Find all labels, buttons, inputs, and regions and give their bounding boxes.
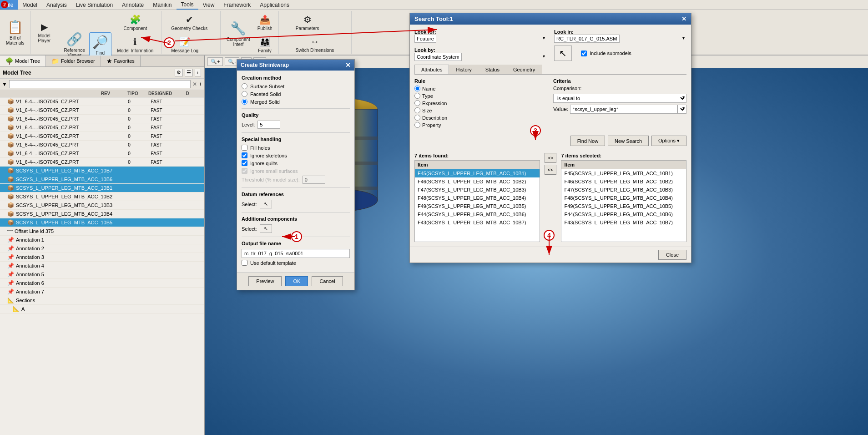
menu-annotate[interactable]: Annotate [117, 0, 148, 10]
bill-of-materials-btn[interactable]: 📋 Bill ofMaterials [3, 17, 28, 48]
rule-expression[interactable]: Expression [414, 100, 548, 106]
selected-item[interactable]: F47(SCSYS_L_UPPER_LEG_MTB_ACC_10B3) [561, 186, 686, 194]
menu-applications[interactable]: Applications [255, 0, 294, 10]
switch-dimensions-btn[interactable]: ↔ Switch Dimensions [293, 34, 337, 55]
tree-add-btn[interactable]: + [195, 69, 201, 76]
find-btn[interactable]: 🔎 Find 2 [89, 32, 111, 58]
tree-item[interactable]: 📦 V1_6-4--.-ISO7045_CZ.PRT 0 FAST [0, 106, 204, 115]
tab-attributes[interactable]: Attributes [414, 65, 449, 74]
publish-btn[interactable]: 📤 Publish [254, 12, 276, 33]
menu-model[interactable]: Model [18, 0, 42, 10]
tree-item[interactable]: 📦 V1_6-4--.-ISO7045_CZ.PRT 0 FAST [0, 132, 204, 141]
tree-item[interactable]: 📌 Annotation 5 [0, 270, 204, 279]
rule-property[interactable]: Property [414, 122, 548, 128]
menu-tools[interactable]: Tools [177, 0, 198, 10]
selected-item[interactable]: F46(SCSYS_L_UPPER_LEG_MTB_ACC_10B2) [561, 177, 686, 186]
use-default-template-option[interactable]: Use default template [242, 260, 350, 266]
tree-item[interactable]: 📌 Annotation 3 [0, 253, 204, 262]
look-by-select[interactable]: Coordinate System [414, 53, 462, 61]
menu-framework[interactable]: Framework [219, 0, 255, 10]
tree-item[interactable]: 📦 SCSYS_L_UPPER_LEG_MTB_ACC_10B2 [0, 192, 204, 201]
selected-item[interactable]: F43(SCSYS_L_UPPER_LEG_MTB_ACC_10B7) [561, 218, 686, 227]
comp-interf-btn[interactable]: 🔧 ComponentInterf [223, 19, 253, 49]
family-btn[interactable]: 👨‍👩‍👧 Family [254, 34, 276, 56]
options-btn[interactable]: Options ▾ [651, 136, 686, 146]
tab-model-tree[interactable]: 🌳 Model Tree [0, 56, 46, 66]
found-item[interactable]: F47(SCSYS_L_UPPER_LEG_MTB_ACC_10B3) [415, 186, 540, 194]
tree-item[interactable]: 📦 SCSYS_L_UPPER_LEG_MTB_ACC_10B5 [0, 218, 204, 227]
found-item[interactable]: F45(SCSYS_L_UPPER_LEG_MTB_ACC_10B1) [415, 169, 540, 177]
message-log-btn[interactable]: 📝 Message Log [168, 34, 202, 56]
tree-item[interactable]: 📦 SCSYS_L_UPPER_LEG_MTB_ACC_10B6 [0, 175, 204, 184]
tree-item[interactable]: 📦 V1_6-4--.-ISO7045_CZ.PRT 0 FAST [0, 158, 204, 167]
ignore-skeletons-option[interactable]: Ignore skeletons [242, 152, 350, 158]
found-item[interactable]: F44(SCSYS_L_UPPER_LEG_MTB_ACC_10B6) [415, 210, 540, 218]
pointer-btn[interactable]: ↖ [554, 46, 572, 61]
tree-item[interactable]: 📦 SCSYS_L_UPPER_LEG_MTB_ACC_10B3 [0, 201, 204, 210]
geometry-checks-btn[interactable]: ✔ Geometry Checks [168, 12, 211, 33]
tree-item[interactable]: 📌 Annotation 2 [0, 244, 204, 253]
tree-columns-btn[interactable]: ☰ [185, 69, 193, 76]
vp-zoom-in-btn[interactable]: 🔍+ [207, 57, 223, 66]
search-close-btn[interactable]: Close [658, 250, 686, 260]
faceted-solid-option[interactable]: Faceted Solid [242, 91, 350, 97]
tree-item[interactable]: 📦 V1_6-4--.-ISO7045_CZ.PRT 0 FAST [0, 141, 204, 149]
selected-item[interactable]: F48(SCSYS_L_UPPER_LEG_MTB_ACC_10B4) [561, 194, 686, 202]
output-file-input[interactable] [242, 249, 350, 258]
transfer-right-btn[interactable]: >> [545, 153, 557, 163]
look-in-select[interactable]: RC_TLR_017_G_015.ASM [554, 35, 620, 43]
found-item[interactable]: F43(SCSYS_L_UPPER_LEG_MTB_ACC_10B7) [415, 218, 540, 227]
component-btn[interactable]: 🧩 Component [112, 12, 158, 33]
tab-history[interactable]: History [449, 65, 478, 74]
tab-folder-browser[interactable]: 📁 Folder Browser [46, 56, 101, 66]
tab-favorites[interactable]: ★ Favorites [101, 56, 141, 66]
menu-live-simulation[interactable]: Live Simulation [71, 0, 117, 10]
quality-level-input[interactable] [257, 121, 280, 129]
tab-geometry[interactable]: Geometry [506, 65, 542, 74]
tree-item[interactable]: 📦 SCSYS_L_UPPER_LEG_MTB_ACC_10B7 [0, 167, 204, 175]
model-info-btn[interactable]: ℹ Model Information [112, 34, 158, 56]
comparison-select[interactable]: is equal to [553, 94, 686, 103]
threshold-input[interactable] [303, 176, 325, 184]
ignore-quilts-option[interactable]: Ignore quilts [242, 160, 350, 166]
tree-item[interactable]: 📦 SCSYS_L_UPPER_LEG_MTB_ACC_10B1 [0, 184, 204, 192]
shrinkwrap-close-btn[interactable]: ✕ [345, 61, 351, 69]
tree-item[interactable]: 📦 V1_6-4--.-ISO7045_CZ.PRT 0 FAST [0, 149, 204, 158]
tree-item[interactable]: 📌 Annotation 6 [0, 279, 204, 288]
found-item[interactable]: F49(SCSYS_L_UPPER_LEG_MTB_ACC_10B5) [415, 202, 540, 210]
selected-item[interactable]: F44(SCSYS_L_UPPER_LEG_MTB_ACC_10B6) [561, 210, 686, 218]
tree-item[interactable]: 📦 SCSYS_L_UPPER_LEG_MTB_ACC_10B4 [0, 210, 204, 218]
additional-select-btn[interactable]: ↖ [260, 224, 272, 233]
cancel-btn[interactable]: Cancel [312, 276, 343, 286]
search-clear-btn[interactable]: ✕ [192, 81, 197, 87]
tree-item[interactable]: 📐 Sections [0, 296, 204, 305]
preview-btn[interactable]: Preview [248, 276, 282, 286]
look-for-select[interactable]: Feature [414, 35, 436, 43]
tree-item[interactable]: 📌 Annotation 7 [0, 288, 204, 296]
new-search-btn[interactable]: New Search [608, 136, 649, 146]
tree-item[interactable]: 📦 V1_6-4--.-ISO7045_CZ.PRT 0 FAST [0, 115, 204, 123]
rule-name[interactable]: Name [414, 86, 548, 91]
include-submodels-option[interactable]: Include submodels [581, 51, 631, 56]
parameters-btn[interactable]: ⚙ Parameters [293, 12, 323, 33]
tree-item[interactable]: 📌 Annotation 4 [0, 262, 204, 270]
tree-item[interactable]: 📦 V1_6-4--.-ISO7045_CZ.PRT 0 FAST [0, 123, 204, 132]
tree-item[interactable]: 📦 V1_6-4--.-ISO7045_CZ.PRT 0 FAST [0, 97, 204, 106]
surface-subset-option[interactable]: Surface Subset [242, 83, 350, 89]
ignore-small-surfaces-option[interactable]: Ignore small surfaces [242, 168, 350, 174]
menu-view[interactable]: View [198, 0, 219, 10]
ok-btn[interactable]: OK [285, 276, 308, 286]
model-player-btn[interactable]: ▶ ModelPlayer [34, 19, 55, 46]
value-dropdown[interactable] [677, 105, 686, 114]
tree-item[interactable]: 〰 Offset Line id 375 [0, 227, 204, 236]
tab-status[interactable]: Status [479, 65, 506, 74]
find-now-btn[interactable]: Find Now [570, 136, 605, 146]
transfer-left-btn[interactable]: << [545, 165, 557, 175]
menu-analysis[interactable]: Analysis [42, 0, 71, 10]
tree-item[interactable]: 📐 A [0, 305, 204, 314]
found-item[interactable]: F46(SCSYS_L_UPPER_LEG_MTB_ACC_10B2) [415, 177, 540, 186]
menu-manikin[interactable]: Manikin [148, 0, 176, 10]
found-item[interactable]: F48(SCSYS_L_UPPER_LEG_MTB_ACC_10B4) [415, 194, 540, 202]
selected-item[interactable]: F49(SCSYS_L_UPPER_LEG_MTB_ACC_10B5) [561, 202, 686, 210]
search-dialog-close-btn[interactable]: ✕ [681, 15, 686, 22]
